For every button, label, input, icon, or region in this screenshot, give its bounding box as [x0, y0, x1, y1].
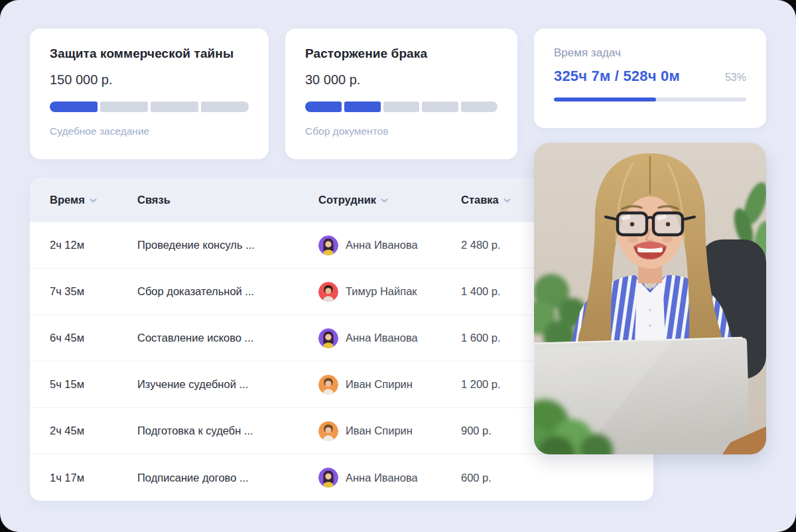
- cell-employee: Иван Спирин: [318, 421, 461, 441]
- avatar: [318, 235, 338, 255]
- task-time-label: Время задач: [554, 46, 746, 60]
- column-header-time[interactable]: Время: [50, 194, 137, 206]
- employee-name: Иван Спирин: [346, 378, 413, 391]
- table-row[interactable]: 1ч 17м Подписание догово ... Анна Иванов…: [30, 454, 653, 501]
- task-time-value: 325ч 7м / 528ч 0м: [554, 68, 680, 85]
- cell-time: 5ч 15м: [50, 378, 137, 391]
- cell-time: 2ч 12м: [50, 239, 137, 251]
- progress-segment: [151, 101, 198, 112]
- employee-name: Анна Иванова: [346, 472, 418, 484]
- employee-name: Анна Иванова: [346, 332, 418, 344]
- task-time-progress-bar: [554, 98, 746, 101]
- progress-segment: [201, 101, 249, 112]
- case-amount: 30 000 р.: [305, 72, 498, 88]
- case-progress-bar: [305, 101, 498, 112]
- cell-employee: Тимур Найпак: [318, 282, 461, 302]
- cell-time: 2ч 45м: [50, 425, 137, 437]
- progress-segment: [383, 101, 420, 112]
- chevron-down-icon: [503, 198, 511, 203]
- case-progress-bar: [50, 101, 249, 112]
- chevron-down-icon: [381, 198, 388, 203]
- column-header-link: Связь: [137, 194, 318, 206]
- column-label: Ставка: [461, 194, 499, 206]
- task-time-progress-fill: [554, 98, 656, 101]
- woman-in-glasses-at-laptop-photo: [534, 143, 766, 454]
- progress-segment: [50, 101, 98, 112]
- case-card-divorce: Расторжение брака 30 000 р. Сбор докумен…: [285, 29, 517, 159]
- cell-task: Проведение консуль ...: [137, 239, 318, 251]
- column-header-employee[interactable]: Сотрудник: [318, 194, 461, 206]
- employee-name: Иван Спирин: [346, 425, 413, 437]
- avatar: [318, 375, 338, 395]
- employee-name: Анна Иванова: [346, 239, 418, 251]
- avatar: [318, 282, 338, 302]
- cell-task: Составление исково ...: [137, 332, 318, 344]
- cell-rate: 600 р.: [461, 472, 633, 484]
- stage-link[interactable]: Судебное заседание: [50, 125, 149, 137]
- column-label: Связь: [137, 194, 170, 206]
- task-time-card: Время задач 325ч 7м / 528ч 0м 53%: [534, 29, 766, 128]
- cell-time: 7ч 35м: [50, 285, 137, 298]
- employee-name: Тимур Найпак: [346, 285, 417, 298]
- progress-segment: [344, 101, 381, 112]
- progress-segment: [461, 101, 498, 112]
- cell-time: 1ч 17м: [50, 472, 137, 484]
- column-label: Время: [50, 194, 85, 206]
- cell-task: Сбор доказательной ...: [137, 285, 318, 298]
- case-title: Защита коммерческой тайны: [50, 46, 249, 61]
- task-time-percent: 53%: [725, 72, 746, 84]
- stage-link[interactable]: Сбор документов: [305, 125, 388, 137]
- cell-task: Подготовка к судебн ...: [137, 425, 318, 437]
- cell-employee: Иван Спирин: [318, 375, 461, 395]
- avatar: [318, 468, 338, 488]
- progress-segment: [100, 101, 148, 112]
- app-canvas: Защита коммерческой тайны 150 000 р. Суд…: [0, 0, 796, 532]
- avatar: [318, 328, 338, 348]
- progress-segment: [305, 101, 342, 112]
- case-title: Расторжение брака: [305, 46, 498, 61]
- cell-task: Подписание догово ...: [137, 472, 318, 484]
- cell-task: Изучение судебной ...: [137, 378, 318, 391]
- case-card-commercial-secret: Защита коммерческой тайны 150 000 р. Суд…: [30, 29, 269, 159]
- chevron-down-icon: [90, 198, 97, 203]
- cell-employee: Анна Иванова: [318, 468, 461, 488]
- case-amount: 150 000 р.: [50, 72, 249, 88]
- column-label: Сотрудник: [318, 194, 376, 206]
- cell-time: 6ч 45м: [50, 332, 137, 344]
- cell-employee: Анна Иванова: [318, 235, 461, 255]
- avatar: [318, 421, 338, 441]
- cell-employee: Анна Иванова: [318, 328, 461, 348]
- progress-segment: [422, 101, 458, 112]
